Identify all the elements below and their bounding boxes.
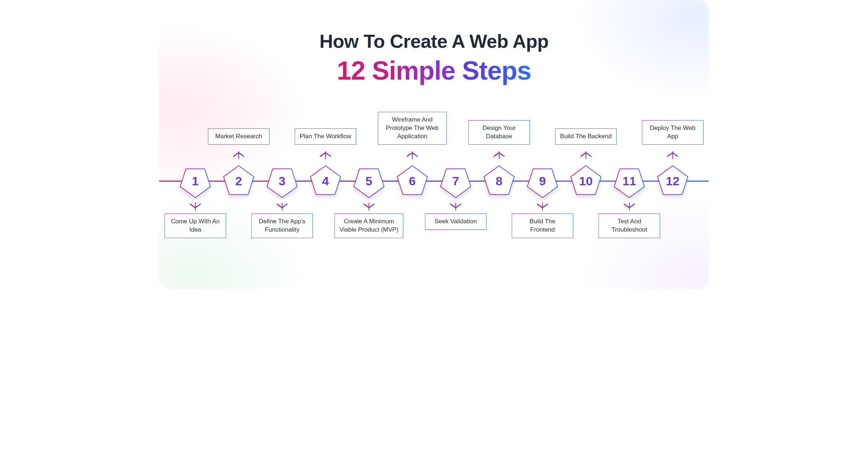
step-node: 2 (221, 164, 256, 198)
step-label: Create A Minimum Viable Product (MVP) (335, 214, 403, 238)
step-node: 1 (178, 164, 213, 198)
step-number: 3 (265, 164, 299, 198)
step-label: Design Your Database (468, 120, 530, 145)
step-number: 7 (438, 164, 473, 198)
step-9: 9Build The Frontend (521, 159, 564, 268)
step-label: Come Up With An Idea (165, 214, 226, 238)
step-number: 4 (308, 164, 343, 198)
step-number: 5 (352, 164, 386, 198)
step-node: 10 (569, 164, 603, 198)
title-line-1: How To Create A Web App (159, 30, 709, 52)
chevron-down-icon (362, 203, 375, 209)
step-node: 5 (352, 164, 386, 198)
chevron-up-icon (579, 151, 592, 157)
step-label: Build The Frontend (512, 214, 573, 238)
step-number: 6 (395, 164, 430, 198)
step-label: Define The App's Functionality (251, 214, 313, 238)
step-node: 8 (482, 164, 516, 198)
infographic-card: How To Create A Web App 12 Simple Steps … (159, 0, 709, 289)
step-label: Build The Backend (555, 128, 617, 145)
chevron-down-icon (623, 203, 636, 209)
step-node: 3 (265, 164, 299, 198)
step-3: 3Define The App's Functionality (260, 159, 304, 268)
chevron-down-icon (276, 203, 289, 209)
chevron-up-icon (406, 151, 419, 157)
step-label: Seek Validation (425, 214, 486, 230)
title-block: How To Create A Web App 12 Simple Steps (159, 30, 709, 85)
step-number: 2 (221, 164, 256, 198)
step-number: 10 (569, 164, 603, 198)
step-label: Market Research (208, 128, 269, 145)
chevron-up-icon (493, 151, 506, 157)
step-1: 1Come Up With An Idea (174, 159, 217, 268)
step-number: 8 (482, 164, 516, 198)
step-node: 4 (308, 164, 343, 198)
step-node: 7 (438, 164, 473, 198)
step-number: 1 (178, 164, 213, 198)
chevron-down-icon (449, 203, 462, 209)
step-number: 9 (525, 164, 560, 198)
chevron-up-icon (666, 151, 679, 157)
step-node: 6 (395, 164, 430, 198)
step-node: 9 (525, 164, 560, 198)
chevron-up-icon (319, 151, 332, 157)
step-number: 12 (655, 164, 690, 198)
steps-row: 1Come Up With An Idea2Market Research3De… (159, 159, 709, 268)
step-number: 11 (612, 164, 647, 198)
step-label: Wireframe And Prototype The Web Applicat… (378, 112, 447, 145)
step-label: Plan The Workflow (295, 128, 356, 145)
step-label: Deploy The Web App (642, 120, 703, 145)
chevron-down-icon (536, 203, 549, 209)
step-11: 11Test And Troubleshoot (608, 159, 651, 268)
step-node: 11 (612, 164, 647, 198)
step-node: 12 (655, 164, 690, 198)
chevron-up-icon (232, 151, 245, 157)
title-line-2: 12 Simple Steps (337, 56, 531, 85)
chevron-down-icon (189, 203, 202, 209)
step-5: 5Create A Minimum Viable Product (MVP) (347, 159, 391, 268)
step-7: 7Seek Validation (434, 159, 477, 268)
step-label: Test And Troubleshoot (599, 214, 660, 238)
